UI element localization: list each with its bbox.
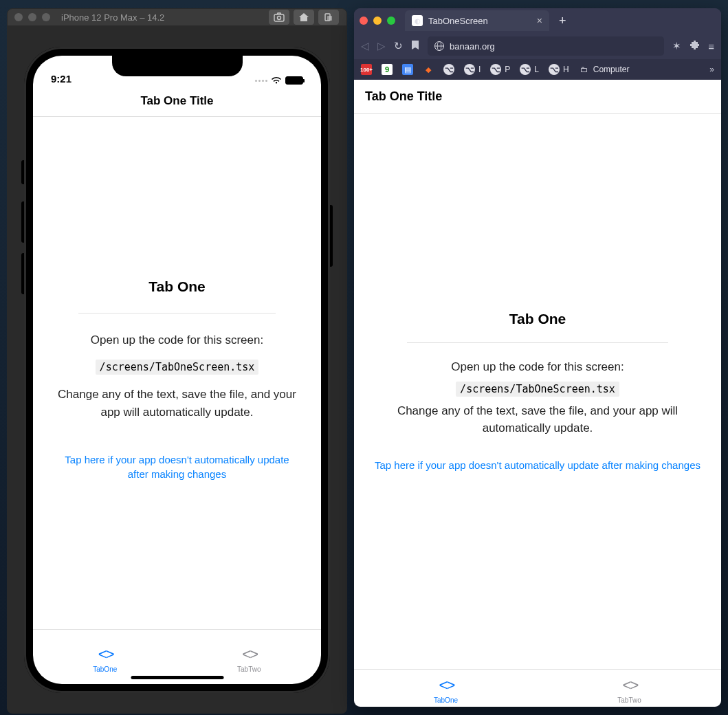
forward-button[interactable]: ▷ bbox=[377, 40, 386, 52]
volume-up[interactable] bbox=[21, 201, 24, 243]
svg-rect-3 bbox=[327, 16, 332, 21]
code-icon: < > bbox=[242, 646, 256, 663]
help-link[interactable]: Tap here if your app doesn't automatical… bbox=[375, 458, 701, 472]
bookmark-github-i[interactable]: ⌥I bbox=[464, 64, 481, 75]
bookmarks-bar: 100+ 9 ▤ ◆ ⌥ ⌥I ⌥P ⌥L ⌥H 🗀Computer » bbox=[354, 59, 721, 80]
github-icon: ⌥ bbox=[490, 64, 501, 75]
bookmarks-overflow[interactable]: » bbox=[709, 65, 714, 74]
tab-close-icon[interactable]: × bbox=[537, 15, 542, 26]
power-button[interactable] bbox=[330, 205, 333, 267]
tab-one-label: TabOne bbox=[93, 666, 117, 673]
home-button[interactable] bbox=[293, 9, 315, 25]
web-tab-one-label: TabOne bbox=[434, 696, 458, 704]
github-icon: ⌥ bbox=[443, 64, 454, 75]
page-heading: Tab One bbox=[509, 311, 566, 327]
github-icon: ⌥ bbox=[520, 64, 531, 75]
web-tab-two-label: TabTwo bbox=[617, 696, 641, 704]
sim-traffic-max[interactable] bbox=[42, 13, 50, 21]
bookmark-github-p[interactable]: ⌥P bbox=[490, 64, 510, 75]
web-tab-two[interactable]: < > TabTwo bbox=[538, 670, 721, 707]
new-tab-button[interactable]: + bbox=[555, 14, 571, 28]
code-icon: < > bbox=[623, 676, 637, 694]
bookmark-item[interactable]: 100+ bbox=[361, 64, 372, 75]
browser-tab-strip: ◐ TabOneScreen × + bbox=[354, 8, 721, 33]
window-minimize[interactable] bbox=[373, 16, 382, 25]
phone-frame: 9:21 Tab One Title Tab One Open up the c… bbox=[24, 47, 330, 693]
mute-switch[interactable] bbox=[21, 160, 24, 184]
svg-rect-0 bbox=[274, 14, 284, 21]
bookmark-item[interactable]: ◆ bbox=[423, 64, 434, 75]
sim-traffic-min[interactable] bbox=[28, 13, 36, 21]
bookmark-item[interactable]: ▤ bbox=[402, 64, 413, 75]
browser-viewport: Tab One Title Tab One Open up the code f… bbox=[354, 80, 721, 707]
browser-window: ◐ TabOneScreen × + ◁ ▷ ↻ banaan.org ✶ bbox=[354, 8, 721, 707]
github-icon: ⌥ bbox=[464, 64, 475, 75]
bookmark-icon[interactable] bbox=[411, 40, 419, 52]
sim-traffic-close[interactable] bbox=[14, 13, 23, 21]
bookmark-github[interactable]: ⌥ bbox=[443, 64, 454, 75]
rotate-button[interactable] bbox=[318, 9, 340, 25]
url-text: banaan.org bbox=[450, 41, 495, 52]
tab-title: TabOneScreen bbox=[428, 16, 488, 26]
extensions-icon[interactable] bbox=[690, 40, 700, 52]
instruction-line1: Open up the code for this screen: bbox=[91, 331, 263, 349]
phone-screen: 9:21 Tab One Title Tab One Open up the c… bbox=[33, 56, 321, 684]
status-time: 9:21 bbox=[51, 73, 71, 85]
back-button[interactable]: ◁ bbox=[361, 40, 369, 52]
nav-header-title: Tab One Title bbox=[33, 87, 321, 117]
svg-point-1 bbox=[278, 16, 281, 20]
bookmark-computer[interactable]: 🗀Computer bbox=[579, 64, 630, 75]
divider bbox=[407, 342, 668, 343]
app-content: Tab One Open up the code for this screen… bbox=[33, 117, 321, 629]
tab-two-label: TabTwo bbox=[237, 666, 261, 673]
bookmark-github-h[interactable]: ⌥H bbox=[549, 64, 569, 75]
home-indicator[interactable] bbox=[131, 676, 223, 679]
code-icon: < > bbox=[98, 646, 112, 663]
browser-tab[interactable]: ◐ TabOneScreen × bbox=[405, 10, 549, 31]
wifi-icon bbox=[271, 76, 282, 85]
cellular-icon bbox=[255, 80, 267, 82]
bookmark-item[interactable]: 9 bbox=[382, 64, 393, 75]
divider bbox=[78, 313, 276, 314]
github-icon: ⌥ bbox=[549, 64, 560, 75]
folder-icon: 🗀 bbox=[579, 64, 590, 75]
web-tab-one[interactable]: < > TabOne bbox=[354, 670, 538, 707]
simulator-body: 9:21 Tab One Title Tab One Open up the c… bbox=[7, 26, 347, 714]
instruction-line1: Open up the code for this screen: bbox=[451, 358, 624, 376]
instruction-line2: Change any of the text, save the file, a… bbox=[54, 386, 300, 421]
globe-icon bbox=[434, 41, 444, 51]
simulator-window: iPhone 12 Pro Max – 14.2 bbox=[7, 8, 347, 707]
volume-down[interactable] bbox=[21, 253, 24, 294]
notch bbox=[112, 56, 243, 76]
window-close[interactable] bbox=[360, 16, 368, 25]
code-icon: < > bbox=[439, 676, 453, 694]
simulator-title: iPhone 12 Pro Max – 14.2 bbox=[61, 12, 263, 23]
file-path: /screens/TabOneScreen.tsx bbox=[456, 382, 619, 397]
bug-icon[interactable]: ✶ bbox=[672, 40, 681, 52]
help-link[interactable]: Tap here if your app doesn't automatical… bbox=[54, 452, 300, 481]
page-content: Tab One Open up the code for this screen… bbox=[354, 114, 721, 669]
screenshot-button[interactable] bbox=[268, 9, 290, 25]
favicon: ◐ bbox=[412, 15, 423, 26]
bookmark-github-l[interactable]: ⌥L bbox=[520, 64, 539, 75]
simulator-titlebar: iPhone 12 Pro Max – 14.2 bbox=[7, 8, 347, 26]
reload-button[interactable]: ↻ bbox=[394, 40, 403, 52]
battery-icon bbox=[285, 76, 303, 85]
menu-icon[interactable]: ≡ bbox=[708, 41, 714, 52]
web-tab-bar: < > TabOne < > TabTwo bbox=[354, 669, 721, 707]
page-header-title: Tab One Title bbox=[354, 80, 721, 114]
address-bar[interactable]: banaan.org bbox=[428, 36, 664, 56]
file-path: /screens/TabOneScreen.tsx bbox=[96, 360, 259, 375]
content-heading: Tab One bbox=[148, 278, 205, 295]
window-maximize[interactable] bbox=[387, 16, 395, 25]
instruction-line2: Change any of the text, save the file, a… bbox=[375, 402, 701, 437]
browser-toolbar: ◁ ▷ ↻ banaan.org ✶ ≡ bbox=[354, 33, 721, 59]
